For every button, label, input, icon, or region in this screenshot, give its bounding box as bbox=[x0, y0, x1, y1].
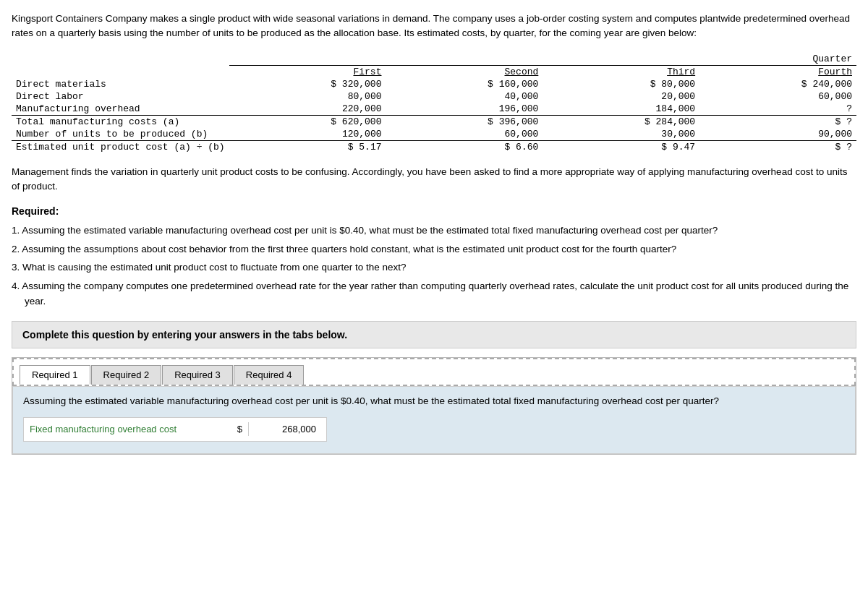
cell-3-0: $ 620,000 bbox=[229, 115, 386, 128]
answer-row: Fixed manufacturing overhead cost $ bbox=[23, 417, 327, 442]
cell-5-0: $ 5.17 bbox=[229, 140, 386, 153]
tab-description: Assuming the estimated variable manufact… bbox=[23, 394, 845, 408]
numbered-item-4: 4. Assuming the company computes one pre… bbox=[12, 278, 856, 309]
cell-4-2: 30,000 bbox=[542, 128, 699, 141]
cell-2-0: 220,000 bbox=[229, 103, 386, 116]
col-header-first: First bbox=[229, 65, 386, 78]
row-label-5: Estimated unit product cost (a) ÷ (b) bbox=[12, 140, 229, 153]
cell-3-1: $ 396,000 bbox=[386, 115, 542, 128]
cell-2-3: ? bbox=[699, 103, 856, 116]
cell-5-2: $ 9.47 bbox=[542, 140, 699, 153]
tabs-wrapper: Required 1Required 2Required 3Required 4… bbox=[12, 357, 856, 455]
intro-paragraph: Kingsport Containers Company makes a sin… bbox=[12, 12, 856, 41]
numbered-list: 1. Assuming the estimated variable manuf… bbox=[12, 223, 856, 309]
cell-5-3: $ ? bbox=[699, 140, 856, 153]
cell-5-1: $ 6.60 bbox=[386, 140, 542, 153]
cell-4-0: 120,000 bbox=[229, 128, 386, 141]
tab-required-3[interactable]: Required 3 bbox=[162, 365, 233, 385]
col-header-third: Third bbox=[542, 65, 699, 78]
numbered-item-2: 2. Assuming the assumptions about cost b… bbox=[12, 241, 856, 257]
answer-input[interactable] bbox=[248, 422, 320, 436]
col-header-second: Second bbox=[386, 65, 542, 78]
row-label-3: Total manufacturing costs (a) bbox=[12, 115, 229, 128]
cell-0-1: $ 160,000 bbox=[386, 78, 542, 90]
complete-box: Complete this question by entering your … bbox=[12, 321, 856, 348]
answer-label: Fixed manufacturing overhead cost bbox=[30, 422, 231, 437]
numbered-item-3: 3. What is causing the estimated unit pr… bbox=[12, 260, 856, 275]
dollar-sign: $ bbox=[237, 422, 242, 437]
cost-table-container: Quarter First Second Third Fourth Direct… bbox=[12, 53, 856, 153]
row-label-2: Manufacturing overhead bbox=[12, 103, 229, 116]
cell-2-2: 184,000 bbox=[542, 103, 699, 116]
cell-1-2: 20,000 bbox=[542, 90, 699, 103]
col-header-fourth: Fourth bbox=[699, 65, 856, 78]
cell-1-0: 80,000 bbox=[229, 90, 386, 103]
required-header: Required: bbox=[12, 205, 856, 217]
tab-required-2[interactable]: Required 2 bbox=[91, 365, 162, 385]
row-label-0: Direct materials bbox=[12, 78, 229, 90]
row-label-4: Number of units to be produced (b) bbox=[12, 128, 229, 141]
numbered-item-1: 1. Assuming the estimated variable manuf… bbox=[12, 223, 856, 239]
cell-4-3: 90,000 bbox=[699, 128, 856, 141]
row-label-1: Direct labor bbox=[12, 90, 229, 103]
tabs-container: Required 1Required 2Required 3Required 4 bbox=[12, 358, 856, 386]
tabs-row: Required 1Required 2Required 3Required 4 bbox=[20, 365, 848, 385]
tab-required-4[interactable]: Required 4 bbox=[234, 365, 305, 385]
cell-3-3: $ ? bbox=[699, 115, 856, 128]
cell-1-1: 40,000 bbox=[386, 90, 542, 103]
cell-2-1: 196,000 bbox=[386, 103, 542, 116]
cell-0-3: $ 240,000 bbox=[699, 78, 856, 90]
cell-3-2: $ 284,000 bbox=[542, 115, 699, 128]
cell-0-2: $ 80,000 bbox=[542, 78, 699, 90]
cell-1-3: 60,000 bbox=[699, 90, 856, 103]
cell-0-0: $ 320,000 bbox=[229, 78, 386, 90]
quarter-header: Quarter bbox=[229, 53, 856, 66]
cell-4-1: 60,000 bbox=[386, 128, 542, 141]
management-text: Management finds the variation in quarte… bbox=[12, 165, 856, 194]
cost-table: Quarter First Second Third Fourth Direct… bbox=[12, 53, 856, 153]
tab-required-1[interactable]: Required 1 bbox=[20, 365, 90, 385]
tab-content-area: Assuming the estimated variable manufact… bbox=[12, 386, 856, 454]
